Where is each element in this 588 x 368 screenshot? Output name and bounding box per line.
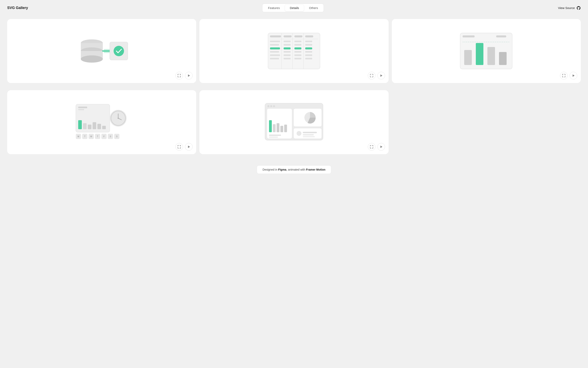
svg-rect-92 — [269, 135, 281, 136]
calendar-svg: M T W T F S S — [74, 102, 130, 142]
svg-rect-37 — [284, 58, 291, 59]
svg-point-85 — [273, 105, 275, 107]
card-dashboard — [199, 90, 388, 154]
footer-box: Designed in Figma, animated with Framer … — [257, 166, 331, 174]
dashboard-svg — [264, 102, 324, 142]
svg-rect-25 — [284, 47, 291, 49]
svg-rect-88 — [273, 124, 276, 132]
svg-rect-17 — [284, 41, 291, 42]
footer-text-mid: , animated with — [286, 168, 306, 171]
svg-rect-45 — [463, 35, 475, 37]
svg-text:S: S — [116, 135, 117, 138]
card-chart — [392, 19, 581, 83]
svg-rect-100 — [303, 136, 315, 137]
svg-marker-43 — [380, 74, 382, 77]
card-calendar: M T W T F S S — [7, 90, 196, 154]
table-svg — [266, 31, 322, 71]
svg-rect-35 — [305, 55, 312, 56]
svg-text:M: M — [77, 135, 79, 138]
card-chart-actions — [560, 72, 577, 79]
expand-button-chart[interactable] — [560, 72, 568, 79]
svg-rect-39 — [305, 58, 312, 59]
svg-rect-22 — [294, 44, 301, 46]
svg-point-8 — [114, 46, 124, 56]
svg-rect-32 — [270, 55, 280, 56]
svg-rect-48 — [464, 50, 472, 65]
chart-svg — [458, 31, 514, 71]
svg-rect-93 — [269, 137, 278, 138]
svg-rect-50 — [487, 47, 495, 65]
svg-rect-51 — [499, 52, 507, 65]
play-button-calendar[interactable] — [185, 143, 193, 151]
svg-rect-14 — [305, 35, 313, 37]
svg-rect-59 — [102, 126, 106, 129]
svg-rect-46 — [496, 35, 506, 37]
svg-point-97 — [297, 131, 301, 136]
svg-text:S: S — [110, 135, 111, 138]
play-button-database[interactable] — [185, 72, 193, 79]
expand-button-table[interactable] — [368, 72, 375, 79]
svg-rect-20 — [270, 44, 279, 46]
footer-text-pre: Designed in — [263, 168, 278, 171]
svg-rect-13 — [294, 35, 303, 37]
svg-rect-19 — [305, 41, 312, 42]
svg-rect-60 — [78, 107, 87, 108]
svg-rect-55 — [83, 123, 87, 129]
gallery-row-1 — [0, 16, 588, 90]
card-table-actions — [368, 72, 385, 79]
database-illustration — [13, 25, 191, 77]
svg-rect-31 — [305, 51, 312, 53]
svg-rect-56 — [88, 125, 92, 129]
app-logo: SVG Gallery — [7, 6, 28, 10]
play-button-table[interactable] — [377, 72, 385, 79]
svg-point-4 — [81, 55, 103, 63]
svg-point-83 — [267, 105, 269, 107]
svg-text:W: W — [90, 135, 92, 138]
svg-rect-30 — [294, 51, 301, 53]
expand-button-dashboard[interactable] — [368, 143, 375, 151]
svg-rect-87 — [269, 120, 272, 132]
svg-rect-29 — [284, 51, 291, 53]
empty-cell — [392, 90, 581, 154]
card-database — [7, 19, 196, 83]
view-source-button[interactable]: View Source — [558, 6, 581, 10]
table-illustration — [205, 25, 383, 77]
svg-rect-26 — [294, 47, 301, 49]
svg-point-84 — [270, 105, 272, 107]
footer-figma: Figma — [278, 168, 286, 171]
tab-others[interactable]: Others — [304, 5, 323, 11]
svg-rect-98 — [303, 132, 317, 133]
gallery-row-2: M T W T F S S — [0, 90, 588, 157]
svg-rect-34 — [294, 55, 301, 56]
svg-rect-33 — [284, 55, 291, 56]
svg-rect-18 — [294, 41, 301, 42]
tab-features[interactable]: Features — [263, 5, 285, 11]
svg-rect-28 — [270, 51, 279, 53]
header: SVG Gallery Features Details Others View… — [0, 0, 588, 16]
svg-rect-11 — [270, 35, 281, 37]
tab-details[interactable]: Details — [285, 5, 304, 11]
svg-rect-27 — [305, 47, 312, 49]
svg-rect-61 — [78, 109, 84, 110]
svg-text:T: T — [84, 135, 85, 138]
svg-rect-36 — [270, 58, 279, 59]
play-button-dashboard[interactable] — [377, 143, 385, 151]
view-source-label: View Source — [558, 6, 575, 9]
github-icon — [576, 6, 581, 10]
svg-rect-21 — [284, 44, 291, 46]
svg-point-80 — [118, 118, 119, 119]
card-table — [199, 19, 388, 83]
svg-rect-91 — [284, 125, 287, 132]
play-button-chart[interactable] — [570, 72, 577, 79]
svg-marker-101 — [380, 146, 382, 148]
calendar-illustration: M T W T F S S — [13, 96, 191, 149]
svg-rect-89 — [277, 123, 279, 132]
chart-illustration — [397, 25, 575, 77]
svg-rect-54 — [78, 120, 82, 129]
card-dashboard-actions — [368, 143, 385, 151]
footer: Designed in Figma, animated with Framer … — [0, 157, 588, 182]
expand-button-calendar[interactable] — [175, 143, 183, 151]
svg-marker-81 — [188, 146, 190, 148]
expand-button-database[interactable] — [175, 72, 183, 79]
dashboard-illustration — [205, 96, 383, 149]
